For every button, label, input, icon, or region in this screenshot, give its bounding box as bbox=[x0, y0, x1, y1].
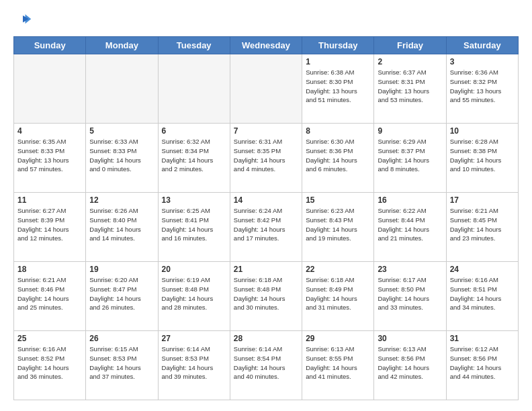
day-info: Sunrise: 6:33 AM Sunset: 8:33 PM Dayligh… bbox=[89, 137, 154, 174]
day-info: Sunrise: 6:12 AM Sunset: 8:56 PM Dayligh… bbox=[450, 345, 515, 381]
day-info: Sunrise: 6:15 AM Sunset: 8:53 PM Dayligh… bbox=[89, 345, 154, 381]
calendar-cell: 29Sunrise: 6:13 AM Sunset: 8:55 PM Dayli… bbox=[302, 331, 374, 400]
day-number: 30 bbox=[378, 334, 442, 343]
day-number: 16 bbox=[378, 195, 442, 205]
day-number: 31 bbox=[450, 334, 515, 343]
calendar-cell bbox=[86, 54, 158, 124]
day-info: Sunrise: 6:19 AM Sunset: 8:48 PM Dayligh… bbox=[162, 275, 226, 312]
day-info: Sunrise: 6:16 AM Sunset: 8:52 PM Dayligh… bbox=[17, 345, 82, 381]
weekday-header: Wednesday bbox=[230, 37, 302, 54]
weekday-header: Sunday bbox=[14, 37, 86, 54]
calendar-cell: 4Sunrise: 6:35 AM Sunset: 8:33 PM Daylig… bbox=[14, 124, 86, 193]
day-info: Sunrise: 6:14 AM Sunset: 8:53 PM Dayligh… bbox=[162, 345, 226, 381]
day-info: Sunrise: 6:21 AM Sunset: 8:45 PM Dayligh… bbox=[450, 206, 515, 243]
day-info: Sunrise: 6:14 AM Sunset: 8:54 PM Dayligh… bbox=[234, 345, 298, 381]
day-info: Sunrise: 6:29 AM Sunset: 8:37 PM Dayligh… bbox=[378, 137, 442, 174]
calendar-cell bbox=[230, 54, 302, 124]
calendar-cell: 17Sunrise: 6:21 AM Sunset: 8:45 PM Dayli… bbox=[446, 193, 518, 262]
day-info: Sunrise: 6:27 AM Sunset: 8:39 PM Dayligh… bbox=[17, 206, 82, 243]
weekday-header: Friday bbox=[374, 37, 446, 54]
calendar-cell: 14Sunrise: 6:24 AM Sunset: 8:42 PM Dayli… bbox=[230, 193, 302, 262]
calendar-cell: 21Sunrise: 6:18 AM Sunset: 8:48 PM Dayli… bbox=[230, 262, 302, 331]
day-number: 9 bbox=[378, 126, 442, 136]
day-number: 4 bbox=[17, 126, 82, 136]
calendar-cell: 27Sunrise: 6:14 AM Sunset: 8:53 PM Dayli… bbox=[158, 331, 230, 400]
day-info: Sunrise: 6:31 AM Sunset: 8:35 PM Dayligh… bbox=[234, 137, 298, 174]
day-number: 15 bbox=[306, 195, 370, 205]
day-number: 27 bbox=[162, 334, 226, 343]
day-info: Sunrise: 6:17 AM Sunset: 8:50 PM Dayligh… bbox=[378, 275, 442, 312]
calendar-week-row: 18Sunrise: 6:21 AM Sunset: 8:46 PM Dayli… bbox=[14, 262, 519, 331]
day-info: Sunrise: 6:24 AM Sunset: 8:42 PM Dayligh… bbox=[234, 206, 298, 243]
calendar-cell: 22Sunrise: 6:18 AM Sunset: 8:49 PM Dayli… bbox=[302, 262, 374, 331]
calendar-cell bbox=[14, 54, 86, 124]
calendar-cell: 16Sunrise: 6:22 AM Sunset: 8:44 PM Dayli… bbox=[374, 193, 446, 262]
weekday-header: Saturday bbox=[446, 37, 518, 54]
day-number: 8 bbox=[306, 126, 370, 136]
day-number: 1 bbox=[306, 57, 370, 66]
day-number: 25 bbox=[17, 334, 82, 343]
day-info: Sunrise: 6:13 AM Sunset: 8:55 PM Dayligh… bbox=[306, 345, 370, 381]
day-info: Sunrise: 6:18 AM Sunset: 8:48 PM Dayligh… bbox=[234, 275, 298, 312]
logo bbox=[13, 11, 35, 30]
header bbox=[13, 11, 519, 30]
day-number: 17 bbox=[450, 195, 515, 205]
calendar-cell: 28Sunrise: 6:14 AM Sunset: 8:54 PM Dayli… bbox=[230, 331, 302, 400]
day-info: Sunrise: 6:32 AM Sunset: 8:34 PM Dayligh… bbox=[162, 137, 226, 174]
day-info: Sunrise: 6:23 AM Sunset: 8:43 PM Dayligh… bbox=[306, 206, 370, 243]
day-number: 11 bbox=[17, 195, 82, 205]
calendar-cell: 13Sunrise: 6:25 AM Sunset: 8:41 PM Dayli… bbox=[158, 193, 230, 262]
day-info: Sunrise: 6:30 AM Sunset: 8:36 PM Dayligh… bbox=[306, 137, 370, 174]
calendar-cell: 9Sunrise: 6:29 AM Sunset: 8:37 PM Daylig… bbox=[374, 124, 446, 193]
logo-icon bbox=[13, 11, 32, 30]
day-info: Sunrise: 6:18 AM Sunset: 8:49 PM Dayligh… bbox=[306, 275, 370, 312]
day-number: 10 bbox=[450, 126, 515, 136]
calendar-header: SundayMondayTuesdayWednesdayThursdayFrid… bbox=[14, 37, 519, 54]
day-number: 23 bbox=[378, 265, 442, 274]
day-info: Sunrise: 6:13 AM Sunset: 8:56 PM Dayligh… bbox=[378, 345, 442, 381]
day-info: Sunrise: 6:38 AM Sunset: 8:30 PM Dayligh… bbox=[306, 68, 370, 105]
weekday-row: SundayMondayTuesdayWednesdayThursdayFrid… bbox=[14, 37, 519, 54]
calendar-cell: 6Sunrise: 6:32 AM Sunset: 8:34 PM Daylig… bbox=[158, 124, 230, 193]
calendar-cell: 2Sunrise: 6:37 AM Sunset: 8:31 PM Daylig… bbox=[374, 54, 446, 124]
calendar-cell bbox=[158, 54, 230, 124]
day-info: Sunrise: 6:16 AM Sunset: 8:51 PM Dayligh… bbox=[450, 275, 515, 312]
day-number: 7 bbox=[234, 126, 298, 136]
day-number: 2 bbox=[378, 57, 442, 66]
day-info: Sunrise: 6:22 AM Sunset: 8:44 PM Dayligh… bbox=[378, 206, 442, 243]
calendar-cell: 23Sunrise: 6:17 AM Sunset: 8:50 PM Dayli… bbox=[374, 262, 446, 331]
calendar-cell: 10Sunrise: 6:28 AM Sunset: 8:38 PM Dayli… bbox=[446, 124, 518, 193]
day-info: Sunrise: 6:37 AM Sunset: 8:31 PM Dayligh… bbox=[378, 68, 442, 105]
calendar-cell: 25Sunrise: 6:16 AM Sunset: 8:52 PM Dayli… bbox=[14, 331, 86, 400]
calendar-cell: 26Sunrise: 6:15 AM Sunset: 8:53 PM Dayli… bbox=[86, 331, 158, 400]
calendar-cell: 3Sunrise: 6:36 AM Sunset: 8:32 PM Daylig… bbox=[446, 54, 518, 124]
calendar-cell: 11Sunrise: 6:27 AM Sunset: 8:39 PM Dayli… bbox=[14, 193, 86, 262]
calendar-cell: 5Sunrise: 6:33 AM Sunset: 8:33 PM Daylig… bbox=[86, 124, 158, 193]
calendar-cell: 19Sunrise: 6:20 AM Sunset: 8:47 PM Dayli… bbox=[86, 262, 158, 331]
calendar-cell: 30Sunrise: 6:13 AM Sunset: 8:56 PM Dayli… bbox=[374, 331, 446, 400]
day-number: 6 bbox=[162, 126, 226, 136]
day-number: 14 bbox=[234, 195, 298, 205]
calendar-week-row: 1Sunrise: 6:38 AM Sunset: 8:30 PM Daylig… bbox=[14, 54, 519, 124]
weekday-header: Tuesday bbox=[158, 37, 230, 54]
day-number: 28 bbox=[234, 334, 298, 343]
day-number: 13 bbox=[162, 195, 226, 205]
day-number: 26 bbox=[89, 334, 154, 343]
day-number: 24 bbox=[450, 265, 515, 274]
day-number: 5 bbox=[89, 126, 154, 136]
day-number: 21 bbox=[234, 265, 298, 274]
day-info: Sunrise: 6:35 AM Sunset: 8:33 PM Dayligh… bbox=[17, 137, 82, 174]
calendar-cell: 24Sunrise: 6:16 AM Sunset: 8:51 PM Dayli… bbox=[446, 262, 518, 331]
calendar-week-row: 4Sunrise: 6:35 AM Sunset: 8:33 PM Daylig… bbox=[14, 124, 519, 193]
day-number: 3 bbox=[450, 57, 515, 66]
calendar-body: 1Sunrise: 6:38 AM Sunset: 8:30 PM Daylig… bbox=[14, 54, 519, 400]
calendar-cell: 12Sunrise: 6:26 AM Sunset: 8:40 PM Dayli… bbox=[86, 193, 158, 262]
calendar-cell: 8Sunrise: 6:30 AM Sunset: 8:36 PM Daylig… bbox=[302, 124, 374, 193]
calendar-cell: 15Sunrise: 6:23 AM Sunset: 8:43 PM Dayli… bbox=[302, 193, 374, 262]
calendar-cell: 31Sunrise: 6:12 AM Sunset: 8:56 PM Dayli… bbox=[446, 331, 518, 400]
day-number: 20 bbox=[162, 265, 226, 274]
calendar-cell: 1Sunrise: 6:38 AM Sunset: 8:30 PM Daylig… bbox=[302, 54, 374, 124]
calendar-cell: 7Sunrise: 6:31 AM Sunset: 8:35 PM Daylig… bbox=[230, 124, 302, 193]
day-info: Sunrise: 6:25 AM Sunset: 8:41 PM Dayligh… bbox=[162, 206, 226, 243]
day-number: 19 bbox=[89, 265, 154, 274]
